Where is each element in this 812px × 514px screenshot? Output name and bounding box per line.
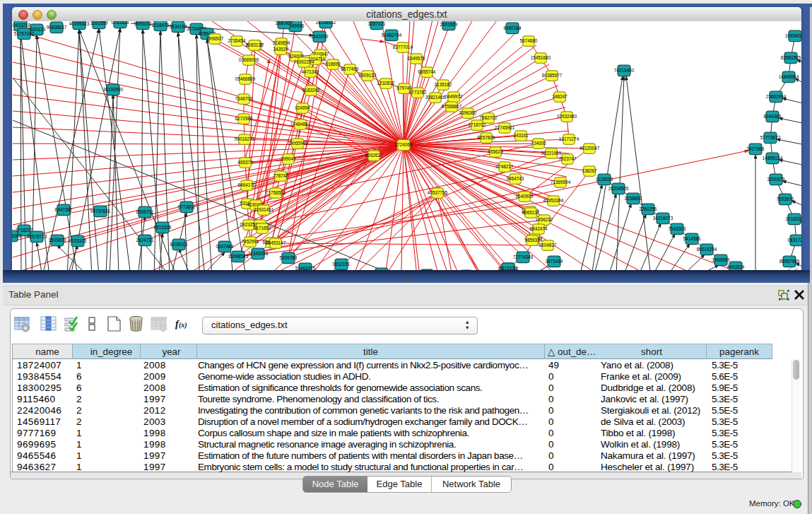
svg-text:1724069: 1724069 (395, 142, 413, 147)
svg-text:2260256: 2260256 (640, 206, 657, 211)
svg-text:1161559: 1161559 (90, 21, 108, 25)
svg-text:46578713: 46578713 (27, 234, 47, 239)
svg-text:15451680: 15451680 (531, 55, 551, 60)
svg-text:7693676: 7693676 (777, 197, 794, 201)
svg-text:99737631: 99737631 (90, 209, 111, 214)
svg-text:1604817: 1604817 (539, 243, 557, 247)
svg-text:3158692: 3158692 (625, 196, 642, 201)
svg-text:7662702: 7662702 (480, 115, 498, 120)
svg-text:3287101: 3287101 (368, 21, 386, 26)
svg-text:6272980: 6272980 (235, 116, 253, 121)
svg-text:6773602: 6773602 (178, 204, 196, 209)
svg-text:7923747: 7923747 (559, 156, 577, 161)
svg-text:2016328: 2016328 (786, 216, 801, 221)
svg-text:455623: 455623 (488, 149, 503, 154)
svg-text:46120047: 46120047 (579, 146, 600, 151)
svg-text:28148932: 28148932 (316, 21, 336, 25)
svg-text:69453147: 69453147 (266, 240, 286, 245)
svg-text:14846564: 14846564 (779, 74, 799, 79)
svg-text:(x): (x) (179, 321, 187, 329)
svg-text:19065940: 19065940 (288, 141, 308, 146)
svg-text:6464170: 6464170 (238, 182, 256, 187)
svg-text:8692617: 8692617 (365, 153, 383, 158)
svg-text:6183242: 6183242 (302, 88, 320, 93)
svg-text:9464743: 9464743 (507, 176, 524, 181)
svg-text:7346706: 7346706 (235, 96, 253, 101)
svg-text:318699: 318699 (325, 62, 341, 66)
svg-text:74016400: 74016400 (614, 68, 635, 73)
svg-text:43953394: 43953394 (543, 198, 564, 203)
svg-text:99016272: 99016272 (235, 136, 255, 141)
svg-text:34216073: 34216073 (653, 216, 673, 221)
svg-text:83561595: 83561595 (781, 55, 801, 60)
svg-text:17464887: 17464887 (290, 122, 311, 127)
svg-text:1316475: 1316475 (152, 23, 170, 28)
svg-text:24896383: 24896383 (12, 233, 22, 238)
svg-text:6566701: 6566701 (136, 209, 154, 214)
svg-text:0103105: 0103105 (69, 238, 87, 243)
svg-text:724005: 724005 (531, 141, 546, 146)
svg-text:5009788: 5009788 (280, 255, 298, 260)
svg-text:5534192: 5534192 (170, 24, 187, 29)
svg-text:1456232: 1456232 (536, 217, 553, 222)
svg-text:1965569: 1965569 (712, 257, 730, 262)
svg-text:9909133: 9909133 (359, 73, 377, 78)
svg-text:8347382: 8347382 (55, 207, 73, 212)
svg-text:14895134: 14895134 (763, 156, 783, 160)
svg-text:0647468: 0647468 (216, 244, 234, 249)
svg-text:60385977: 60385977 (542, 73, 563, 78)
svg-text:0812191: 0812191 (333, 262, 351, 267)
svg-text:88957986: 88957986 (779, 259, 800, 264)
svg-text:5812236: 5812236 (500, 266, 517, 270)
svg-text:024994: 024994 (295, 105, 310, 110)
svg-text:1232812: 1232812 (377, 81, 395, 86)
svg-text:8677496: 8677496 (341, 66, 359, 71)
svg-text:53767242: 53767242 (14, 31, 35, 36)
svg-text:465375: 465375 (237, 160, 253, 165)
svg-text:2880957: 2880957 (276, 21, 293, 25)
svg-text:0748217: 0748217 (496, 164, 514, 169)
svg-text:31931491: 31931491 (254, 207, 274, 212)
svg-text:13171274: 13171274 (559, 136, 579, 141)
svg-text:71902294: 71902294 (294, 59, 314, 64)
svg-text:1128059: 1128059 (596, 177, 613, 182)
svg-text:5414586: 5414586 (683, 236, 701, 241)
svg-text:9593103: 9593103 (134, 21, 152, 26)
svg-text:90838637: 90838637 (47, 25, 67, 30)
svg-text:6773782: 6773782 (409, 90, 427, 95)
svg-text:3471434: 3471434 (546, 259, 563, 264)
svg-text:0671657: 0671657 (254, 226, 271, 230)
svg-text:8044369: 8044369 (764, 114, 782, 119)
svg-text:39821465: 39821465 (425, 95, 446, 100)
svg-text:85014294: 85014294 (697, 247, 717, 252)
svg-text:5674680: 5674680 (520, 38, 538, 43)
svg-text:23662994: 23662994 (766, 94, 787, 99)
svg-text:72774348: 72774348 (513, 255, 534, 259)
svg-text:10932480: 10932480 (557, 114, 577, 119)
svg-text:6513338: 6513338 (154, 225, 172, 230)
svg-text:2427868: 2427868 (747, 146, 765, 151)
svg-text:26204505: 26204505 (608, 186, 629, 191)
svg-text:2735454: 2735454 (228, 38, 246, 43)
svg-text:4965137: 4965137 (522, 210, 540, 215)
svg-text:6349578: 6349578 (408, 56, 425, 61)
svg-text:03669096: 03669096 (239, 57, 259, 62)
svg-text:53462475: 53462475 (295, 266, 316, 270)
svg-text:0831727: 0831727 (788, 238, 801, 243)
svg-text:87558867: 87558867 (442, 104, 462, 109)
svg-text:71756551: 71756551 (266, 190, 286, 195)
svg-text:4493534: 4493534 (727, 264, 745, 269)
svg-text:2624731: 2624731 (136, 238, 154, 243)
svg-text:05466889: 05466889 (235, 76, 256, 81)
svg-text:1543039: 1543039 (311, 34, 329, 39)
svg-text:7452991: 7452991 (242, 239, 259, 244)
svg-text:4471349: 4471349 (302, 69, 319, 74)
svg-text:8083136: 8083136 (246, 42, 264, 47)
svg-text:92221969: 92221969 (541, 151, 562, 156)
svg-text:16934060: 16934060 (785, 33, 801, 38)
svg-text:6855744: 6855744 (418, 69, 436, 74)
svg-text:1509839: 1509839 (49, 238, 66, 243)
svg-text:40265423: 40265423 (69, 21, 90, 26)
svg-text:7996507: 7996507 (206, 36, 224, 41)
svg-text:343524: 343524 (273, 47, 288, 52)
